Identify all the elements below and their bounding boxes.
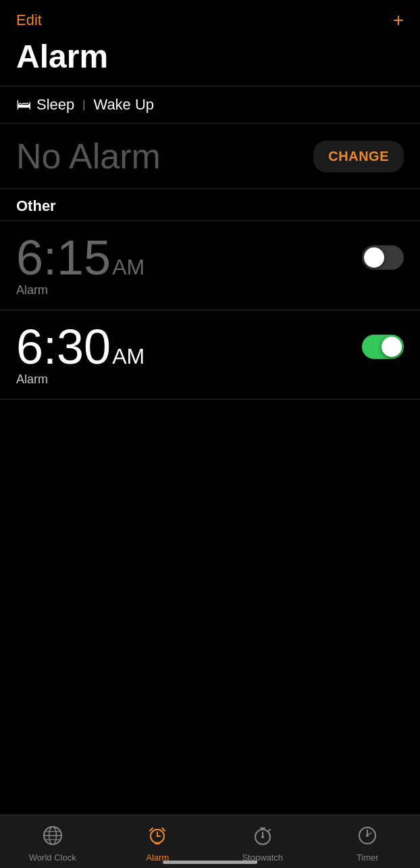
svg-point-14 xyxy=(261,836,264,838)
alarm-item-630[interactable]: 6:30 AM Alarm xyxy=(0,310,420,399)
alarm-label-615: Alarm xyxy=(16,283,404,297)
no-alarm-text: No Alarm xyxy=(16,136,161,176)
toggle-thumb-630 xyxy=(382,337,402,357)
tab-alarm[interactable]: Alarm xyxy=(105,822,211,863)
alarm-time-630: 6:30 AM xyxy=(16,322,145,371)
toggle-switch-630[interactable] xyxy=(362,335,404,359)
add-button[interactable]: + xyxy=(393,11,404,30)
alarm-item-615[interactable]: 6:15 AM Alarm xyxy=(0,221,420,310)
stopwatch-icon xyxy=(252,825,273,850)
page-title: Alarm xyxy=(0,35,420,86)
tab-timer[interactable]: Timer xyxy=(315,822,421,863)
toggle-615[interactable] xyxy=(362,245,404,270)
alarm-ampm-615: AM xyxy=(112,255,145,280)
tab-stopwatch[interactable]: Stopwatch xyxy=(210,822,315,863)
alarm-digits-630: 6:30 xyxy=(16,322,111,371)
world-clock-label: World Clock xyxy=(29,852,76,863)
sleep-wakeup-section: 🛏 Sleep | Wake Up xyxy=(0,87,420,123)
timer-icon xyxy=(357,825,378,850)
alarm-icon xyxy=(147,825,168,850)
edit-button[interactable]: Edit xyxy=(16,11,42,29)
divider-alarm-end xyxy=(0,399,420,400)
sleep-label: Sleep xyxy=(36,96,74,114)
no-alarm-section: No Alarm CHANGE xyxy=(0,124,420,189)
alarm-label-630: Alarm xyxy=(16,372,404,387)
alarm-ampm-630: AM xyxy=(112,344,145,369)
home-indicator xyxy=(163,861,257,864)
world-clock-icon xyxy=(42,825,63,850)
tab-world-clock[interactable]: World Clock xyxy=(0,822,105,863)
toggle-thumb-615 xyxy=(364,247,384,268)
svg-line-13 xyxy=(269,829,270,831)
toggle-switch-615[interactable] xyxy=(362,245,404,270)
header: Edit + xyxy=(0,0,420,35)
change-button[interactable]: CHANGE xyxy=(313,141,404,172)
wakeup-label: Wake Up xyxy=(93,96,154,114)
bed-icon: 🛏 xyxy=(16,96,31,114)
toggle-630[interactable] xyxy=(362,335,404,359)
other-section-title: Other xyxy=(16,197,56,214)
alarm-digits-615: 6:15 xyxy=(16,233,111,282)
timer-label: Timer xyxy=(357,852,379,863)
alarm-time-615: 6:15 AM xyxy=(16,233,145,282)
other-section-header: Other xyxy=(0,189,420,220)
pipe-separator: | xyxy=(82,99,85,111)
